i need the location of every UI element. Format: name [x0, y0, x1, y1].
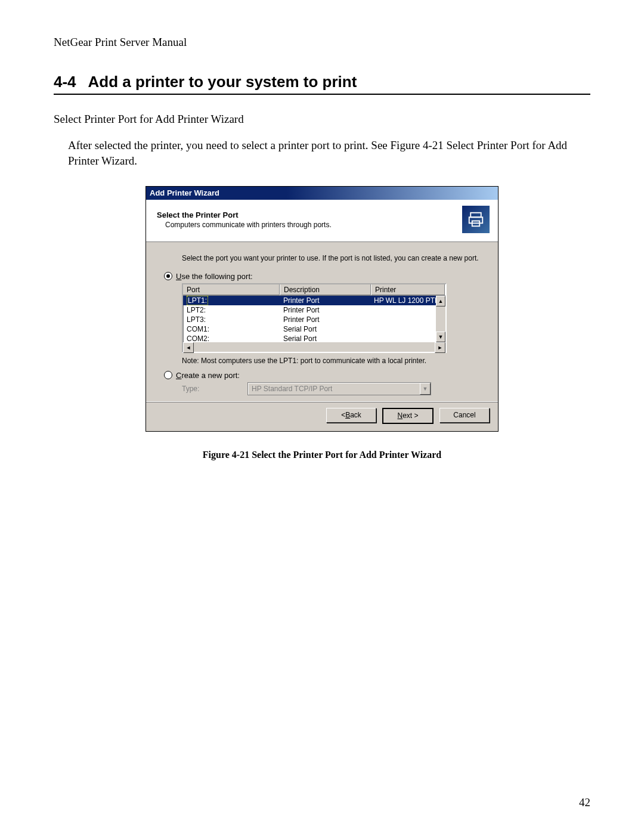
section-title-text: Add a printer to your system to print: [88, 73, 357, 91]
col-printer[interactable]: Printer: [371, 284, 445, 295]
section-paragraph: After selected the printer, you need to …: [68, 138, 590, 168]
port-row[interactable]: COM1: Serial Port: [183, 324, 445, 334]
add-printer-wizard-window: Add Printer Wizard Select the Printer Po…: [145, 186, 499, 432]
section-number: 4-4: [54, 73, 76, 91]
scroll-up-icon[interactable]: ▲: [436, 296, 445, 306]
type-select: HP Standard TCP/IP Port ▼: [247, 382, 431, 395]
cancel-button[interactable]: Cancel: [439, 408, 490, 423]
svg-rect-0: [470, 213, 481, 218]
port-list-header: Port Description Printer: [183, 284, 445, 296]
section-subhead: Select Printer Port for Add Printer Wiza…: [54, 113, 590, 126]
radio-use-label: Use the following port:: [176, 272, 253, 281]
printer-icon: [462, 206, 490, 233]
scroll-right-icon[interactable]: ►: [435, 342, 445, 353]
chevron-down-icon: ▼: [420, 383, 431, 395]
section-title: 4-4Add a printer to your system to print: [54, 73, 590, 95]
scroll-down-icon[interactable]: ▼: [436, 332, 445, 342]
lpt1-note: Note: Most computers use the LPT1: port …: [182, 357, 484, 365]
vertical-scrollbar[interactable]: ▲ ▼: [436, 296, 445, 342]
scroll-left-icon[interactable]: ◄: [183, 342, 194, 353]
port-row[interactable]: LPT1: Printer Port HP WL LJ 1200 PTR: [183, 296, 445, 305]
col-description[interactable]: Description: [280, 284, 371, 295]
svg-rect-1: [469, 218, 483, 224]
radio-create-label: Create a new port:: [176, 371, 240, 380]
wizard-header-title: Select the Printer Port: [157, 210, 462, 219]
figure-screenshot: Add Printer Wizard Select the Printer Po…: [54, 186, 590, 432]
back-button[interactable]: < Back: [326, 408, 376, 423]
port-row[interactable]: COM2: Serial Port: [183, 334, 445, 342]
window-titlebar: Add Printer Wizard: [146, 187, 498, 200]
wizard-header-sub: Computers communicate with printers thro…: [165, 221, 462, 229]
page-number: 42: [579, 796, 590, 809]
radio-selected-icon: [164, 272, 172, 280]
radio-use-following-port[interactable]: Use the following port:: [164, 272, 484, 281]
wizard-header-panel: Select the Printer Port Computers commun…: [146, 200, 498, 242]
doc-header: NetGear Print Server Manual: [54, 36, 590, 49]
radio-unselected-icon: [164, 371, 172, 379]
wizard-instruction: Select the port you want your printer to…: [182, 254, 484, 264]
horizontal-scrollbar[interactable]: ◄ ►: [183, 342, 445, 352]
next-button[interactable]: Next >: [382, 408, 434, 424]
port-row[interactable]: LPT3: Printer Port: [183, 315, 445, 324]
radio-create-new-port[interactable]: Create a new port:: [164, 371, 484, 380]
port-list[interactable]: Port Description Printer LPT1: Printer P…: [182, 283, 447, 353]
type-select-value: HP Standard TCP/IP Port: [252, 385, 332, 393]
col-port[interactable]: Port: [183, 284, 280, 295]
port-row[interactable]: LPT2: Printer Port: [183, 305, 445, 315]
figure-caption: Figure 4-21 Select the Printer Port for …: [54, 450, 590, 460]
port-list-body: LPT1: Printer Port HP WL LJ 1200 PTR LPT…: [183, 296, 445, 342]
type-label: Type:: [182, 385, 247, 393]
